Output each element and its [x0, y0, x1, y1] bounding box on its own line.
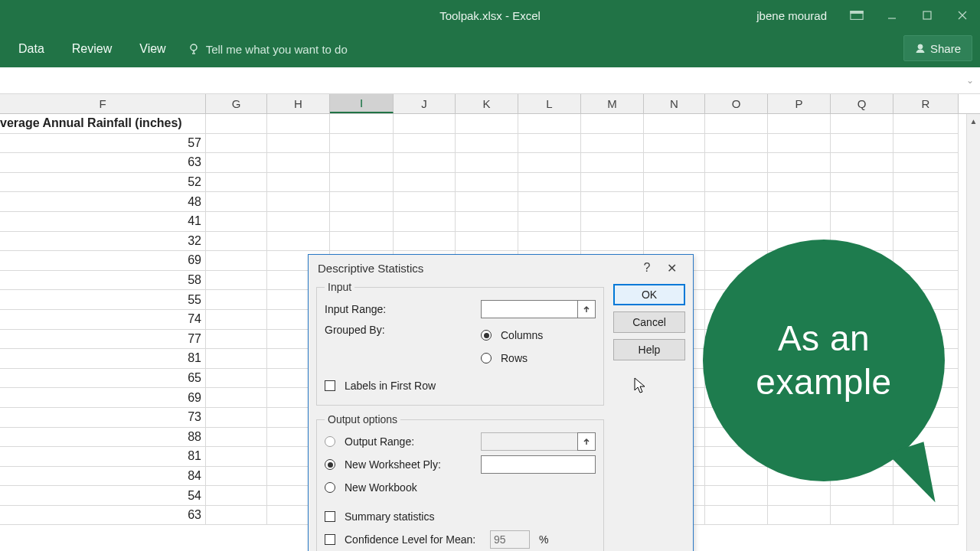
grid-cell[interactable] [768, 486, 831, 506]
help-button[interactable]: Help [613, 339, 685, 360]
grid-cell[interactable] [705, 467, 768, 487]
output-range-radio[interactable]: Output Range: [325, 432, 459, 452]
dialog-titlebar[interactable]: Descriptive Statistics ? ✕ [309, 255, 693, 281]
grid-cell[interactable] [768, 173, 831, 193]
grid-cell[interactable]: 77 [0, 330, 206, 350]
grid-cell[interactable] [206, 153, 267, 173]
grid-cell[interactable] [705, 153, 768, 173]
grid-cell[interactable]: 69 [0, 251, 206, 271]
grid-cell[interactable] [206, 173, 267, 193]
grid-cell[interactable]: 81 [0, 447, 206, 467]
grid-cell[interactable] [456, 134, 518, 154]
summary-statistics-checkbox[interactable]: Summary statistics [325, 507, 596, 527]
grid-cell[interactable] [581, 173, 644, 193]
grid-cell[interactable] [518, 192, 581, 212]
grid-cell[interactable] [893, 134, 959, 154]
grid-cell[interactable] [206, 369, 267, 389]
grid-cell[interactable] [206, 271, 267, 291]
dialog-close-icon[interactable]: ✕ [659, 257, 684, 279]
grid-cell[interactable] [644, 173, 705, 193]
grid-cell[interactable] [644, 153, 705, 173]
grid-cell[interactable] [267, 232, 330, 252]
grid-cell[interactable] [267, 173, 330, 193]
grid-cell[interactable] [206, 330, 267, 350]
grid-cell[interactable] [206, 251, 267, 271]
grid-cell[interactable] [394, 153, 456, 173]
grid-cell[interactable] [456, 114, 518, 134]
column-header[interactable]: J [394, 94, 456, 113]
grid-cell[interactable] [893, 153, 959, 173]
grid-cell[interactable] [456, 173, 518, 193]
grid-cell[interactable]: 65 [0, 369, 206, 389]
minimize-icon[interactable] [874, 0, 910, 31]
grid-cell[interactable]: 63 [0, 506, 206, 526]
share-button[interactable]: Share [903, 35, 972, 61]
grid-cell[interactable] [581, 212, 644, 232]
grid-row[interactable]: 57 [0, 134, 980, 154]
grid-cell[interactable] [831, 114, 893, 134]
confidence-level-field[interactable] [490, 530, 530, 549]
grid-cell[interactable] [330, 212, 394, 232]
scroll-up-icon[interactable]: ▲ [967, 114, 980, 128]
grid-cell[interactable]: 88 [0, 428, 206, 448]
grid-cell[interactable] [518, 153, 581, 173]
grid-cell[interactable] [206, 114, 267, 134]
ribbon-display-options-icon[interactable] [839, 0, 874, 31]
grid-cell[interactable]: 63 [0, 153, 206, 173]
tab-data[interactable]: Data [5, 31, 58, 67]
close-icon[interactable] [945, 0, 980, 31]
grid-row[interactable]: verage Annual Rainfall (inches) [0, 114, 980, 134]
grid-cell[interactable] [267, 153, 330, 173]
grid-cell[interactable] [768, 114, 831, 134]
grid-cell[interactable] [705, 114, 768, 134]
grid-cell[interactable] [768, 192, 831, 212]
grid-cell[interactable]: 41 [0, 212, 206, 232]
grid-cell[interactable] [330, 134, 394, 154]
dialog-help-icon[interactable]: ? [635, 257, 659, 279]
input-range-field[interactable] [481, 300, 577, 318]
grid-cell[interactable] [206, 134, 267, 154]
grid-cell[interactable] [394, 114, 456, 134]
input-range-picker-icon[interactable] [577, 300, 596, 318]
grid-cell[interactable] [456, 212, 518, 232]
grid-cell[interactable]: 84 [0, 467, 206, 487]
grid-cell[interactable] [330, 192, 394, 212]
grid-cell[interactable] [394, 173, 456, 193]
grid-cell[interactable] [705, 134, 768, 154]
column-header[interactable]: O [705, 94, 768, 113]
maximize-icon[interactable] [910, 0, 945, 31]
column-header[interactable]: H [267, 94, 330, 113]
grid-cell[interactable] [581, 192, 644, 212]
grid-cell[interactable]: 81 [0, 349, 206, 369]
grid-cell[interactable] [768, 134, 831, 154]
grid-cell[interactable] [456, 232, 518, 252]
tab-review[interactable]: Review [58, 31, 126, 67]
grid-cell[interactable] [206, 447, 267, 467]
grid-cell[interactable] [456, 153, 518, 173]
grid-cell[interactable] [518, 173, 581, 193]
new-workbook-radio[interactable]: New Workbook [325, 478, 596, 497]
grid-cell[interactable]: verage Annual Rainfall (inches) [0, 114, 206, 134]
grid-cell[interactable] [206, 290, 267, 310]
column-header[interactable]: G [206, 94, 267, 113]
column-header[interactable]: R [893, 94, 959, 113]
grid-cell[interactable] [581, 232, 644, 252]
grid-cell[interactable] [705, 173, 768, 193]
grid-cell[interactable] [581, 153, 644, 173]
grid-cell[interactable] [394, 192, 456, 212]
column-header[interactable]: I [330, 94, 394, 113]
grid-cell[interactable] [644, 192, 705, 212]
grid-cell[interactable] [893, 212, 959, 232]
grid-cell[interactable]: 69 [0, 388, 206, 408]
output-range-picker-icon[interactable] [577, 432, 596, 451]
grid-cell[interactable] [206, 212, 267, 232]
grid-row[interactable]: 41 [0, 212, 980, 232]
grid-cell[interactable] [705, 486, 768, 506]
grid-cell[interactable] [394, 212, 456, 232]
grid-cell[interactable] [206, 310, 267, 330]
grouped-by-columns-radio[interactable]: Columns [481, 325, 596, 345]
grid-cell[interactable]: 57 [0, 134, 206, 154]
tab-view[interactable]: View [126, 31, 179, 67]
column-header[interactable]: M [581, 94, 644, 113]
grid-cell[interactable] [831, 173, 893, 193]
